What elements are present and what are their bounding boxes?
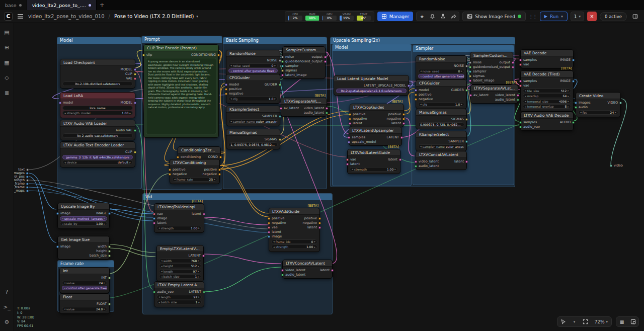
- widget-right-arrow-icon[interactable]: ▸: [314, 245, 315, 249]
- output-slot-IMAGE[interactable]: IMAGE: [96, 211, 109, 215]
- input-slot-latent[interactable]: latent: [348, 162, 360, 166]
- widget-right-arrow-icon[interactable]: ▸: [275, 69, 277, 72]
- input-slot-vae[interactable]: vae: [269, 225, 286, 229]
- input-slot-image[interactable]: image: [269, 234, 286, 238]
- input-slot-latent_image[interactable]: latent_image: [470, 78, 489, 82]
- widget-right-arrow-icon[interactable]: ▸: [615, 111, 616, 114]
- widget-batch_size[interactable]: ◂batch_size1▸: [159, 274, 201, 279]
- bell-icon[interactable]: [427, 12, 438, 21]
- input-slot-positive[interactable]: positive: [350, 112, 367, 116]
- input-slot-negative[interactable]: negative: [350, 117, 367, 121]
- output-slot-LATENT_UPSCALE_MODEL[interactable]: LATENT_UPSCALE_MODEL: [364, 84, 409, 88]
- input-slot-model[interactable]: model: [416, 88, 433, 92]
- workflow-tab[interactable]: video_ltx2_pose_to_....: [27, 0, 97, 10]
- output-slot-INT[interactable]: INT: [101, 276, 109, 280]
- widget-left-arrow-icon[interactable]: ◂: [525, 95, 526, 98]
- widget-right-arrow-icon[interactable]: ▸: [274, 64, 276, 67]
- widget-cfg[interactable]: ◂cfg1.0▸: [228, 97, 278, 101]
- widget-right-arrow-icon[interactable]: ▸: [568, 95, 569, 98]
- node-library-icon[interactable]: ⊞: [2, 42, 12, 52]
- templates-icon[interactable]: ◇: [2, 72, 12, 82]
- input-slot-positive[interactable]: positive: [170, 168, 187, 172]
- output-slot-LATENT[interactable]: LATENT: [386, 135, 401, 139]
- output-slot-video_latent[interactable]: video_latent: [495, 93, 518, 97]
- output-slot-CLIP[interactable]: CLIP: [125, 150, 135, 154]
- widget-strength[interactable]: ◂strength1.00▸: [350, 167, 398, 172]
- random-noise-2-node[interactable]: RandomNoiseNOISE◂noise_seed0▸◂control af…: [416, 55, 467, 81]
- output-slot-latent[interactable]: latent: [192, 212, 204, 216]
- widget-left-arrow-icon[interactable]: ◂: [273, 245, 275, 249]
- widget-left-arrow-icon[interactable]: ◂: [158, 295, 160, 298]
- output-slot-negative[interactable]: negative: [203, 172, 219, 176]
- input-slot-conditioning[interactable]: conditioning: [178, 155, 201, 159]
- widget-right-arrow-icon[interactable]: ▸: [129, 112, 131, 115]
- output-slot-batch_size[interactable]: batch_size: [90, 254, 109, 258]
- widget-left-arrow-icon[interactable]: ◂: [230, 97, 232, 100]
- manual-sigmas-2-node[interactable]: ManualSigmasSIGMAS0.909375, 0.725, 0.406…: [416, 109, 467, 129]
- vae-decode-tiled-node[interactable]: VAE Decode (Tiled)[BETA]samplesvaeIMAGE◂…: [520, 70, 574, 112]
- widget-sampler_name[interactable]: ◂sampler_nameeuler_ancestral▸: [228, 119, 278, 124]
- new-tab-button[interactable]: +: [97, 0, 108, 10]
- widget-width[interactable]: ◂width768▸: [159, 259, 201, 263]
- int-node[interactable]: IntINT◂value24▸◂control after generatefi…: [59, 267, 110, 293]
- widget-value[interactable]: gemma_3_12b_it_fp8_e4m3fn.safetensors: [62, 155, 133, 159]
- input-slot-latent[interactable]: latent: [269, 230, 286, 234]
- widget-left-arrow-icon[interactable]: ◂: [158, 301, 160, 304]
- widget-left-arrow-icon[interactable]: ◂: [64, 307, 65, 310]
- clear-queue-button[interactable]: ×: [587, 12, 597, 21]
- widget-value[interactable]: ◂value24.0▸: [62, 307, 107, 311]
- output-slot-SIGMAS[interactable]: SIGMAS: [265, 137, 280, 141]
- input-slot-noise[interactable]: noise: [470, 60, 489, 64]
- manager-button[interactable]: Manager: [377, 12, 413, 21]
- widget-left-arrow-icon[interactable]: ◂: [230, 120, 232, 123]
- input-slot-audio_vae[interactable]: audio_vae: [154, 290, 174, 294]
- output-slot-positive[interactable]: positive: [203, 168, 219, 172]
- img-to-video-inplace-node[interactable]: LTXVImgToVideoInplace[BETA]vaeimagelaten…: [154, 203, 204, 233]
- output-slot-positive[interactable]: positive: [387, 112, 404, 116]
- widget-right-arrow-icon[interactable]: ▸: [568, 89, 569, 92]
- input-slot-negative[interactable]: negative: [226, 92, 243, 96]
- output-slot-audio VAE[interactable]: audio VAE: [116, 128, 135, 132]
- input-slot-samples[interactable]: samples: [521, 79, 537, 83]
- input-slot-sampler[interactable]: sampler: [470, 69, 489, 73]
- output-slot-LATENT[interactable]: LATENT: [188, 254, 203, 258]
- prompt-textarea[interactable]: A young woman dances in an abandoned war…: [146, 58, 216, 134]
- input-slot-negative[interactable]: negative: [416, 97, 433, 101]
- widget-left-arrow-icon[interactable]: ◂: [161, 270, 163, 273]
- sampler-custom-advanced-1-node[interactable]: SamplerCustomAdvancednoiseguidersamplers…: [282, 46, 326, 79]
- comfyui-logo[interactable]: C: [4, 12, 13, 21]
- audio-vae-loader-node[interactable]: LTXV Audio VAE Loaderaudio VAEltx-2-audi…: [60, 120, 135, 140]
- output-slot-output[interactable]: output: [301, 55, 325, 59]
- input-slot-sigmas[interactable]: sigmas: [283, 68, 301, 72]
- widget-frame_rate[interactable]: ◂frame_rate25▸: [172, 177, 217, 182]
- input-slot-model[interactable]: model: [226, 82, 243, 87]
- widget-value[interactable]: 0.909375, 0.725, 0.40625, 0.0: [418, 122, 464, 127]
- widget-right-arrow-icon[interactable]: ▸: [394, 168, 396, 171]
- widget-frame_idx[interactable]: ◂frame_idx0▸: [271, 239, 317, 244]
- focus-mode-button[interactable]: [627, 317, 638, 326]
- empty-latent-audio-node[interactable]: LTXV Empty Latent Audioaudio_vaeLATENT◂l…: [154, 281, 204, 307]
- input-slot-video_latent[interactable]: video_latent: [416, 159, 439, 163]
- output-slot-denoised_output[interactable]: denoised_output: [301, 59, 325, 63]
- output-slot-output[interactable]: output: [489, 60, 513, 64]
- load-lora-node[interactable]: Load LoRAmodelMODELlora_name◂strength_mo…: [60, 92, 135, 118]
- input-slot-negative[interactable]: negative: [170, 172, 187, 176]
- widget-cfg[interactable]: ◂cfg1.0▸: [418, 102, 464, 107]
- widget-noise_seed[interactable]: ◂noise_seed0▸: [418, 69, 464, 73]
- widget-left-arrow-icon[interactable]: ◂: [161, 259, 163, 262]
- separate-av-latent-1-node[interactable]: LTXVSeparateAVLatent[BETA]av_latentvideo…: [281, 98, 327, 117]
- output-slot-GUIDER[interactable]: GUIDER: [265, 82, 280, 87]
- widget-right-arrow-icon[interactable]: ▸: [198, 265, 199, 268]
- widget-device[interactable]: ◂devicedefault▸: [62, 160, 133, 164]
- output-slot-video_latent[interactable]: video_latent: [304, 106, 327, 110]
- load-latent-upscale-model-node[interactable]: Load Latent Upscale ModelLATENT_UPSCALE_…: [334, 75, 409, 96]
- io-pin-depth_maps[interactable]: depth_maps: [14, 189, 29, 193]
- widget-right-arrow-icon[interactable]: ▸: [104, 307, 105, 310]
- widget-right-arrow-icon[interactable]: ▸: [198, 295, 200, 298]
- input-slot-vae[interactable]: vae: [521, 62, 537, 66]
- widget-right-arrow-icon[interactable]: ▸: [104, 281, 105, 284]
- input-slot-latent[interactable]: latent: [350, 121, 367, 125]
- widget-left-arrow-icon[interactable]: ◂: [161, 265, 163, 268]
- widget-control-after-generate[interactable]: ◂control after generatefixed▸: [228, 68, 278, 73]
- widget-right-arrow-icon[interactable]: ▸: [198, 270, 199, 273]
